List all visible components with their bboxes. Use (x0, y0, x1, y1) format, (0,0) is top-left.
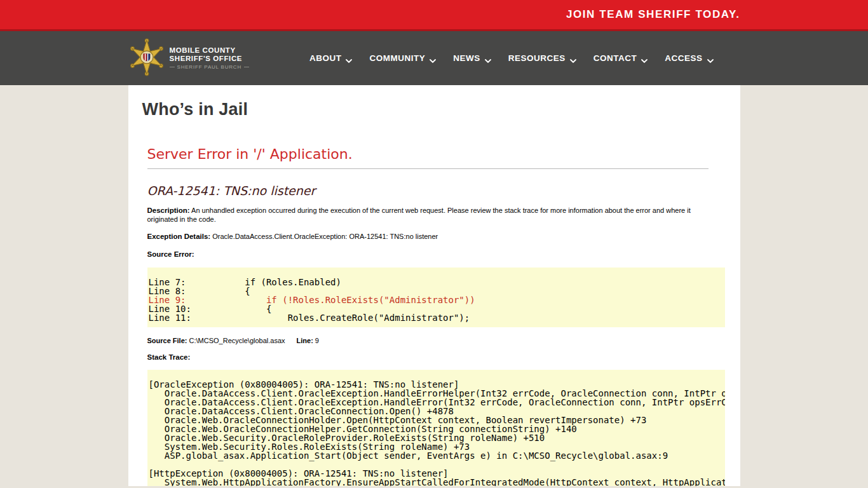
page-title: Who’s in Jail (142, 85, 726, 119)
source-file-row: Source File: C:\MCSO_Recycle\global.asax… (147, 337, 726, 344)
chevron-down-icon (641, 56, 648, 60)
source-error-label-row: Source Error: (147, 250, 721, 259)
join-team-sheriff-link[interactable]: JOIN TEAM SHERIFF TODAY. (566, 8, 740, 21)
description-text: An unhandled exception occurred during t… (147, 207, 691, 223)
menu-item-label: CONTACT (593, 53, 637, 63)
menu-item-label: ABOUT (309, 53, 342, 63)
source-file-label: Source File: (147, 337, 187, 344)
chevron-down-icon (707, 56, 714, 60)
error-subtitle: ORA-12541: TNS:no listener (147, 184, 726, 198)
source-code-before: Line 7: if (Roles.Enabled) Line 8: { (149, 277, 341, 296)
menu-item-news[interactable]: NEWS (453, 53, 491, 63)
main-navbar: MOBILE COUNTY SHERIFF'S OFFICE SHERIFF P… (0, 31, 868, 85)
stack-trace-label-row: Stack Trace: (147, 353, 721, 362)
source-file-path: C:\MCSO_Recycle\global.asax (187, 337, 285, 344)
line-number: 9 (313, 337, 319, 344)
menu-item-about[interactable]: ABOUT (309, 53, 353, 63)
page-viewport: JOIN TEAM SHERIFF TODAY. (0, 0, 868, 488)
menu-item-resources[interactable]: RESOURCES (508, 53, 576, 63)
error-description: Description: An unhandled exception occu… (147, 207, 721, 224)
menu-item-label: NEWS (453, 53, 480, 63)
sheriff-badge-icon (130, 38, 164, 79)
chevron-down-icon (570, 56, 576, 60)
logo-text-line3: SHERIFF PAUL BURCH (170, 64, 250, 70)
line-label: Line: (297, 337, 313, 344)
logo-text-line1: MOBILE COUNTY (170, 46, 250, 55)
source-code-after: Line 10: { Line 11: Roles.CreateRole("Ad… (149, 304, 470, 323)
server-error-title: Server Error in '/' Application. (147, 146, 726, 162)
menu-item-label: COMMUNITY (369, 53, 425, 63)
stack-trace-block: [OracleException (0x80004005): ORA-12541… (147, 370, 725, 486)
menu-item-label: ACCESS (665, 53, 702, 63)
menu-item-contact[interactable]: CONTACT (593, 53, 648, 63)
source-error-label: Source Error: (147, 250, 194, 258)
menu-item-access[interactable]: ACCESS (665, 53, 713, 63)
divider (147, 168, 709, 169)
content-panel: Who’s in Jail Server Error in '/' Applic… (128, 85, 740, 486)
exception-details: Exception Details: Oracle.DataAccess.Cli… (147, 233, 721, 241)
chevron-down-icon (485, 56, 491, 60)
description-label: Description: (147, 207, 190, 214)
logo-text-line2: SHERIFF'S OFFICE (170, 55, 250, 63)
exception-details-text: Oracle.DataAccess.Client.OracleException… (210, 233, 438, 240)
menu-item-community[interactable]: COMMUNITY (369, 53, 436, 63)
sheriff-office-logo[interactable]: MOBILE COUNTY SHERIFF'S OFFICE SHERIFF P… (130, 38, 250, 79)
server-error-report: Server Error in '/' Application. ORA-125… (147, 146, 726, 486)
source-error-code-block: Line 7: if (Roles.Enabled) Line 8: { Lin… (147, 268, 725, 327)
top-banner: JOIN TEAM SHERIFF TODAY. (0, 0, 868, 31)
stack-trace-label: Stack Trace: (147, 353, 191, 361)
chevron-down-icon (346, 56, 352, 60)
menu-item-label: RESOURCES (508, 53, 566, 63)
exception-details-label: Exception Details: (147, 233, 211, 240)
chevron-down-icon (430, 56, 436, 60)
main-menu: ABOUT COMMUNITY NEWS RESOURCES CONTACT (309, 53, 714, 63)
